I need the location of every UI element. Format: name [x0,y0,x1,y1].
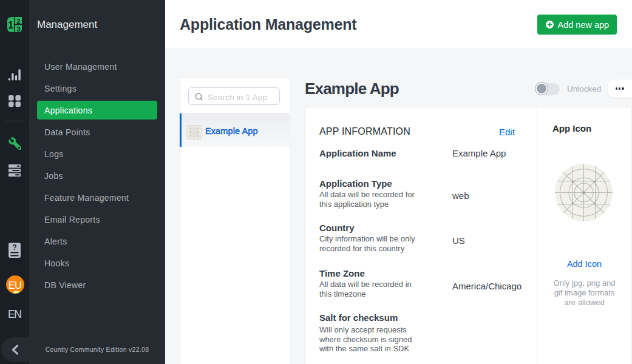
svg-text:2: 2 [16,18,20,25]
svg-text:?: ? [12,243,16,252]
svg-text:3: 3 [16,25,20,32]
svg-text:1: 1 [8,20,13,30]
